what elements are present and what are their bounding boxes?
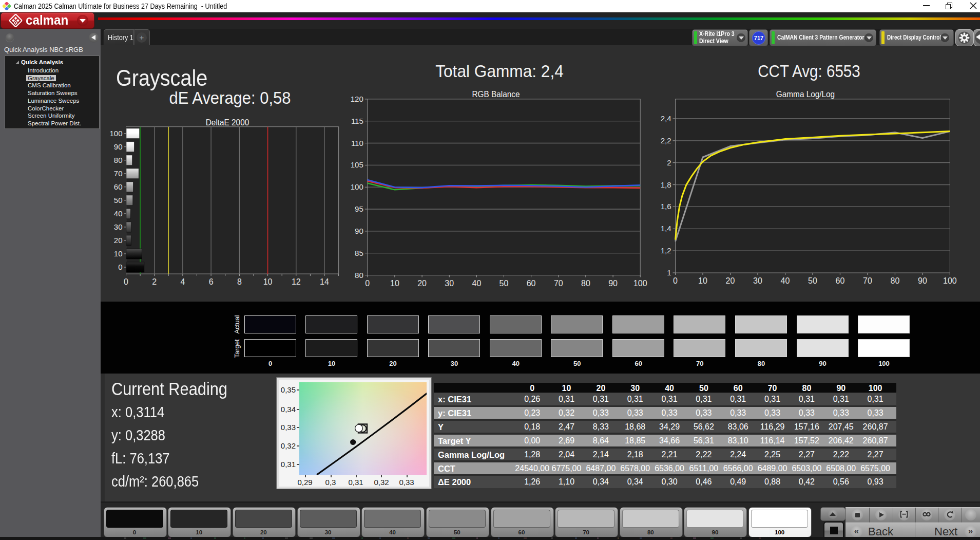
- svg-text:100: 100: [943, 276, 957, 285]
- svg-text:40: 40: [472, 279, 482, 288]
- svg-text:50: 50: [808, 276, 817, 285]
- svg-text:60: 60: [114, 182, 123, 191]
- svg-text:115: 115: [351, 117, 363, 125]
- svg-text:0: 0: [124, 277, 128, 286]
- svg-text:40: 40: [114, 209, 123, 218]
- svg-text:0: 0: [365, 279, 370, 288]
- svg-text:70: 70: [554, 279, 563, 288]
- svg-text:4: 4: [180, 277, 185, 286]
- svg-text:8: 8: [237, 277, 242, 286]
- svg-text:10: 10: [698, 276, 707, 285]
- svg-text:2,4: 2,4: [661, 114, 671, 123]
- svg-text:90: 90: [355, 227, 363, 235]
- svg-text:50: 50: [114, 196, 123, 204]
- svg-text:1: 1: [667, 268, 671, 277]
- svg-text:1,2: 1,2: [661, 246, 671, 255]
- svg-text:2,2: 2,2: [661, 136, 671, 145]
- svg-text:90: 90: [608, 279, 618, 288]
- svg-text:60: 60: [836, 276, 845, 285]
- svg-text:14: 14: [320, 277, 329, 286]
- svg-text:10: 10: [263, 277, 273, 286]
- svg-text:2: 2: [152, 277, 157, 286]
- svg-text:30: 30: [114, 222, 123, 231]
- svg-text:1,8: 1,8: [661, 180, 671, 189]
- svg-text:105: 105: [351, 160, 363, 169]
- svg-text:110: 110: [351, 139, 363, 147]
- svg-text:85: 85: [355, 249, 363, 257]
- svg-text:100: 100: [351, 182, 363, 191]
- svg-text:70: 70: [863, 276, 872, 285]
- svg-text:6: 6: [209, 277, 214, 286]
- svg-text:1,4: 1,4: [661, 224, 671, 233]
- svg-text:100: 100: [109, 129, 122, 138]
- svg-text:50: 50: [499, 279, 509, 288]
- svg-text:100: 100: [633, 279, 647, 288]
- svg-text:30: 30: [445, 279, 454, 288]
- svg-text:80: 80: [581, 279, 590, 288]
- svg-text:90: 90: [114, 142, 123, 151]
- svg-text:120: 120: [351, 95, 363, 103]
- svg-text:1,6: 1,6: [661, 202, 671, 211]
- svg-text:2: 2: [667, 158, 671, 167]
- svg-text:20: 20: [114, 236, 123, 245]
- svg-text:20: 20: [726, 276, 735, 285]
- svg-text:60: 60: [527, 279, 536, 288]
- svg-text:20: 20: [417, 279, 427, 288]
- svg-text:10: 10: [114, 249, 123, 258]
- svg-text:0: 0: [118, 263, 122, 271]
- svg-text:30: 30: [753, 276, 762, 285]
- svg-text:40: 40: [781, 276, 790, 285]
- svg-text:95: 95: [355, 204, 363, 213]
- svg-text:10: 10: [390, 279, 399, 288]
- svg-text:0: 0: [673, 276, 678, 285]
- svg-text:80: 80: [891, 276, 900, 285]
- svg-text:80: 80: [355, 271, 363, 280]
- svg-text:70: 70: [114, 169, 123, 178]
- svg-text:12: 12: [292, 277, 301, 286]
- svg-text:80: 80: [114, 156, 123, 164]
- svg-text:90: 90: [918, 276, 927, 285]
